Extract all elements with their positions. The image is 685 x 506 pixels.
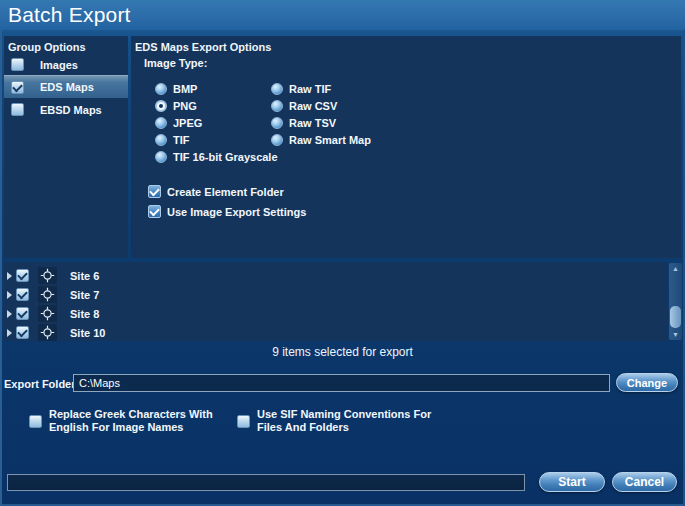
radio-label: Raw Smart Map: [289, 134, 371, 146]
site-row-7[interactable]: Site 7: [4, 285, 668, 304]
group-item-eds-maps[interactable]: EDS Maps: [4, 75, 128, 98]
use-image-export-settings-option[interactable]: Use Image Export Settings: [148, 205, 306, 218]
site-row-8[interactable]: Site 8: [4, 304, 668, 323]
site-label: Site 6: [70, 270, 99, 282]
jpeg-radio[interactable]: [155, 117, 167, 129]
site-row-10[interactable]: Site 10: [4, 323, 668, 342]
site-6-checkbox[interactable]: [16, 269, 29, 282]
radio-option-raw-smart-map[interactable]: Raw Smart Map: [271, 133, 371, 147]
site-row-6[interactable]: Site 6: [4, 266, 668, 285]
site-list-scrollbar[interactable]: ▲ ▼: [669, 263, 682, 340]
radio-label: JPEG: [173, 117, 202, 129]
scroll-down-icon[interactable]: ▼: [669, 330, 682, 339]
group-item-label: EDS Maps: [40, 81, 94, 93]
radio-option-bmp[interactable]: BMP: [155, 82, 197, 96]
raw-tif-radio[interactable]: [271, 83, 283, 95]
start-button[interactable]: Start: [539, 472, 605, 492]
radio-option-png[interactable]: PNG: [155, 99, 197, 113]
radio-label: BMP: [173, 83, 197, 95]
export-progress-bar: [7, 474, 525, 491]
title-bar: Batch Export: [0, 0, 685, 30]
tif16-radio[interactable]: [155, 151, 167, 163]
eds-options-header: EDS Maps Export Options: [135, 41, 271, 53]
images-checkbox[interactable]: [11, 58, 24, 71]
raw-csv-radio[interactable]: [271, 100, 283, 112]
site-label: Site 8: [70, 308, 99, 320]
group-item-label: Images: [40, 59, 78, 71]
radio-label: Raw TSV: [289, 117, 336, 129]
site-label: Site 7: [70, 289, 99, 301]
radio-label: TIF 16-bit Grayscale: [173, 151, 278, 163]
image-type-label: Image Type:: [144, 57, 207, 69]
radio-option-raw-csv[interactable]: Raw CSV: [271, 99, 337, 113]
ebsd-maps-checkbox[interactable]: [11, 103, 24, 116]
raw-smart-map-radio[interactable]: [271, 134, 283, 146]
site-10-checkbox[interactable]: [16, 326, 29, 339]
expand-arrow-icon[interactable]: [7, 272, 12, 280]
group-options-header: Group Options: [8, 41, 86, 53]
batch-export-dialog: Batch Export Group Options Images EDS Ma…: [0, 0, 685, 506]
crosshair-icon: [38, 267, 57, 284]
site-label: Site 10: [70, 327, 105, 339]
crosshair-icon: [38, 324, 57, 341]
radio-option-raw-tsv[interactable]: Raw TSV: [271, 116, 336, 130]
expand-arrow-icon[interactable]: [7, 310, 12, 318]
crosshair-icon: [38, 286, 57, 303]
radio-label: Raw TIF: [289, 83, 331, 95]
radio-option-jpeg[interactable]: JPEG: [155, 116, 202, 130]
radio-label: Raw CSV: [289, 100, 337, 112]
change-folder-button[interactable]: Change: [616, 373, 678, 392]
cancel-button[interactable]: Cancel: [612, 472, 677, 492]
create-element-folder-option[interactable]: Create Element Folder: [148, 185, 284, 198]
group-item-images[interactable]: Images: [4, 53, 128, 76]
use-image-export-settings-checkbox[interactable]: [148, 205, 161, 218]
checkbox-label: Use SIF Naming Conventions For Files And…: [257, 408, 431, 433]
raw-tsv-radio[interactable]: [271, 117, 283, 129]
tif-radio[interactable]: [155, 134, 167, 146]
create-element-folder-checkbox[interactable]: [148, 185, 161, 198]
expand-arrow-icon[interactable]: [7, 329, 12, 337]
crosshair-icon: [38, 305, 57, 322]
expand-arrow-icon[interactable]: [7, 291, 12, 299]
sif-naming-conventions-option[interactable]: Use SIF Naming Conventions For Files And…: [237, 408, 431, 433]
site-7-checkbox[interactable]: [16, 288, 29, 301]
export-folder-label: Export Folder:: [4, 378, 79, 390]
scroll-up-icon[interactable]: ▲: [669, 264, 682, 273]
group-item-label: EBSD Maps: [40, 104, 102, 116]
export-folder-input[interactable]: [73, 374, 610, 392]
radio-option-tif[interactable]: TIF: [155, 133, 190, 147]
eds-maps-checkbox[interactable]: [11, 81, 24, 94]
group-item-ebsd-maps[interactable]: EBSD Maps: [4, 98, 128, 121]
dialog-title: Batch Export: [8, 3, 131, 26]
bmp-radio[interactable]: [155, 83, 167, 95]
group-options-panel: Group Options Images EDS Maps EBSD Maps: [4, 36, 128, 258]
radio-label: TIF: [173, 134, 190, 146]
sif-naming-conventions-checkbox[interactable]: [237, 415, 250, 428]
replace-greek-characters-checkbox[interactable]: [29, 415, 42, 428]
site-8-checkbox[interactable]: [16, 307, 29, 320]
scrollbar-thumb[interactable]: [670, 306, 681, 328]
selection-status-text: 9 items selected for export: [0, 345, 685, 359]
checkbox-label: Use Image Export Settings: [167, 206, 306, 218]
replace-greek-characters-option[interactable]: Replace Greek Characters With English Fo…: [29, 408, 213, 433]
site-list: Site 6 Site 7 Site 8 Site 10: [4, 262, 668, 341]
png-radio[interactable]: [155, 100, 167, 112]
radio-option-raw-tif[interactable]: Raw TIF: [271, 82, 331, 96]
radio-option-tif16[interactable]: TIF 16-bit Grayscale: [155, 150, 278, 164]
checkbox-label: Create Element Folder: [167, 186, 284, 198]
eds-export-options-panel: EDS Maps Export Options Image Type: BMP …: [131, 36, 681, 258]
checkbox-label: Replace Greek Characters With English Fo…: [49, 408, 213, 433]
radio-label: PNG: [173, 100, 197, 112]
